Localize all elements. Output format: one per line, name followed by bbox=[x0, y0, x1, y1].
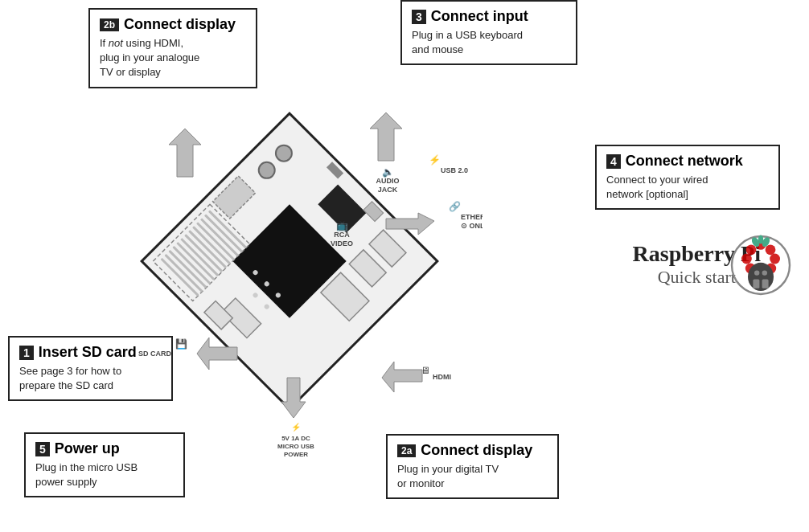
svg-text:⚡: ⚡ bbox=[291, 422, 302, 432]
svg-point-5 bbox=[770, 254, 780, 264]
step-3-desc: Plug in a USB keyboardand mouse bbox=[412, 28, 566, 57]
step-2a-desc: Plug in your digital TVor monitor bbox=[397, 462, 548, 491]
step-3-box: 3 Connect input Plug in a USB keyboardan… bbox=[400, 0, 577, 65]
svg-point-2 bbox=[746, 244, 757, 255]
svg-text:⚡: ⚡ bbox=[429, 153, 441, 166]
svg-marker-49 bbox=[169, 129, 201, 177]
step-5-badge: 5 bbox=[35, 442, 50, 456]
svg-text:RCA: RCA bbox=[334, 231, 350, 239]
svg-rect-14 bbox=[753, 280, 759, 289]
svg-marker-54 bbox=[382, 362, 422, 392]
step-4-badge: 4 bbox=[606, 154, 621, 169]
svg-text:🔗: 🔗 bbox=[449, 200, 461, 212]
svg-point-12 bbox=[754, 270, 759, 275]
step-3-badge: 3 bbox=[412, 10, 426, 24]
svg-point-4 bbox=[741, 254, 752, 264]
step-4-desc: Connect to your wirednetwork [optional] bbox=[606, 173, 769, 202]
svg-point-3 bbox=[766, 244, 776, 255]
step-1-badge: 1 bbox=[19, 346, 34, 360]
step-4-title: Connect network bbox=[626, 153, 743, 170]
rpi-logo bbox=[729, 233, 793, 297]
step-3-title: Connect input bbox=[431, 8, 528, 25]
svg-text:🔈: 🔈 bbox=[382, 166, 394, 178]
svg-text:JACK: JACK bbox=[378, 186, 398, 194]
svg-text:📺: 📺 bbox=[336, 219, 348, 231]
svg-text:HDMI: HDMI bbox=[433, 373, 451, 381]
svg-point-10 bbox=[758, 235, 763, 243]
svg-text:MICRO USB: MICRO USB bbox=[277, 443, 314, 450]
svg-marker-50 bbox=[370, 113, 402, 161]
svg-text:⊙ ONLY: ⊙ ONLY bbox=[461, 222, 483, 230]
step-2b-badge: 2b bbox=[100, 18, 119, 31]
svg-text:🖥: 🖥 bbox=[421, 365, 430, 376]
step-2b-title: Connect display bbox=[124, 16, 236, 33]
svg-rect-15 bbox=[762, 280, 769, 289]
svg-text:USB 2.0: USB 2.0 bbox=[441, 166, 468, 174]
svg-text:VIDEO: VIDEO bbox=[331, 239, 353, 248]
svg-text:SD CARD: SD CARD bbox=[138, 350, 172, 358]
svg-text:ETHERNET: ETHERNET bbox=[461, 213, 483, 221]
svg-point-13 bbox=[762, 270, 767, 275]
step-5-desc: Plug in the micro USBpower supply bbox=[35, 460, 174, 489]
svg-text:AUDIO: AUDIO bbox=[376, 177, 400, 185]
step-4-box: 4 Connect network Connect to your wiredn… bbox=[595, 145, 780, 210]
svg-text:POWER: POWER bbox=[284, 451, 308, 458]
svg-point-11 bbox=[748, 263, 774, 291]
svg-text:5V 1A DC: 5V 1A DC bbox=[281, 435, 310, 442]
svg-text:💾: 💾 bbox=[175, 338, 187, 350]
board-diagram: AUDIO JACK 🔈 RCA VIDEO 📺 USB 2.0 ⚡ ETHER… bbox=[97, 64, 483, 458]
